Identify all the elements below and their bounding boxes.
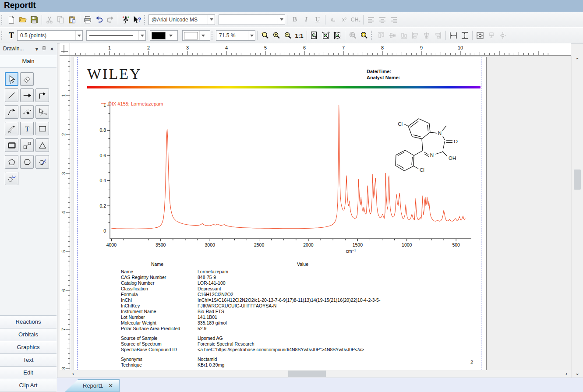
line-style-select[interactable] <box>86 30 146 41</box>
zoom-level-select[interactable]: 71.5 % <box>216 30 255 41</box>
rectangle-tool[interactable] <box>35 122 49 135</box>
line-width-select[interactable]: 0.5 (points) <box>17 30 83 41</box>
pentagon-tool[interactable] <box>5 155 18 169</box>
arrow-tool[interactable] <box>20 88 34 102</box>
panel-menu-icon[interactable]: ▼ <box>34 46 39 52</box>
horizontal-scrollbar-thumb[interactable] <box>288 371 326 377</box>
table-row: InChIInChI=1S/C16H12Cl2N2O2/c1-20-13-7-6… <box>74 297 486 303</box>
row-name: Catalog Number <box>121 280 154 286</box>
panel-section-orbitals[interactable]: Orbitals <box>0 328 57 341</box>
table-row: Lot Number141.1B01 <box>74 314 486 320</box>
scroll-up-icon[interactable]: ⌃ <box>575 57 579 63</box>
horizontal-scrollbar[interactable]: ‹ › <box>70 370 571 378</box>
tab-report1[interactable]: Report1 ✕ <box>65 379 120 392</box>
chevron-down-icon[interactable] <box>278 15 285 25</box>
align-left-button <box>410 30 421 41</box>
panel-section-graphics[interactable]: Graphics <box>0 341 57 353</box>
report-page[interactable]: WILEY Date/Time: Analyst Name: 400035003… <box>74 57 487 370</box>
ruler-origin-box[interactable] <box>60 43 70 56</box>
align-left-text-button <box>365 14 377 25</box>
standard-toolbar: ? @Arial Unicode MS B I U x₂ x² CH₂ <box>0 12 583 27</box>
panel-section-edit[interactable]: Edit <box>0 366 57 379</box>
scroll-left-icon[interactable]: ‹ <box>72 371 74 377</box>
toolbar-separator <box>148 31 148 40</box>
arc-arrow-tool[interactable] <box>5 105 18 119</box>
toolbar-grip[interactable] <box>144 15 147 25</box>
document-canvas[interactable]: WILEY Date/Time: Analyst Name: 400035003… <box>70 56 571 370</box>
text-tool[interactable]: T <box>20 122 34 135</box>
freehand-pen-tool[interactable] <box>5 122 18 135</box>
chevron-down-icon[interactable] <box>199 31 206 40</box>
table-row: SynonymsNoctamid <box>74 357 486 362</box>
text-style-button[interactable]: T <box>6 30 17 41</box>
zoom-previous-button[interactable] <box>358 30 370 41</box>
svg-text:1: 1 <box>108 45 111 50</box>
scroll-right-icon[interactable]: › <box>565 371 567 377</box>
connector-boxes-tool[interactable] <box>20 138 34 152</box>
align-top-button <box>375 30 387 41</box>
line-tool[interactable] <box>5 88 18 102</box>
bezier-select-tool[interactable] <box>35 105 49 119</box>
font-size-select[interactable] <box>219 14 285 25</box>
open-button[interactable] <box>17 14 28 25</box>
ring-chain-tool[interactable] <box>5 172 18 185</box>
fill-color-select[interactable] <box>182 30 210 41</box>
fit-page-button[interactable] <box>309 30 320 41</box>
tab-close-icon[interactable]: ✕ <box>108 382 113 389</box>
row-name: Classification <box>121 286 148 292</box>
toolbar-grip[interactable] <box>371 31 374 40</box>
scroll-down-icon[interactable]: ⌄ <box>575 370 579 376</box>
svg-text:5: 5 <box>61 250 66 253</box>
space-horizontally-button[interactable] <box>448 30 459 41</box>
toolbar-grip[interactable] <box>1 31 4 40</box>
context-help-button[interactable]: ? <box>131 14 143 25</box>
svg-text:cm⁻¹: cm⁻¹ <box>346 248 356 254</box>
bezier-pen-tool[interactable] <box>20 105 34 119</box>
vertical-scrollbar[interactable]: ⌃ ⌄ <box>571 56 583 378</box>
row-name: Formula <box>121 292 138 297</box>
atom-label-n1: N <box>438 131 442 136</box>
toolbar-grip[interactable] <box>1 15 4 25</box>
center-on-page-button[interactable] <box>474 30 486 41</box>
actual-size-button[interactable]: 1:1 <box>293 30 305 41</box>
chevron-down-icon[interactable] <box>248 31 255 40</box>
font-family-select[interactable]: @Arial Unicode MS <box>148 14 215 25</box>
bold-rectangle-tool[interactable] <box>5 138 18 152</box>
panel-section-text[interactable]: Text <box>0 353 57 366</box>
row-value: 52.9 <box>198 326 206 332</box>
panel-pin-icon[interactable] <box>42 46 46 53</box>
elbow-arrow-tool[interactable] <box>35 88 49 102</box>
table-row: Instrument NameBio-Rad FTS <box>74 309 486 314</box>
eraser-tool[interactable] <box>20 72 34 86</box>
fit-width-button[interactable] <box>320 30 332 41</box>
panel-section-reactions[interactable]: Reactions <box>0 315 57 328</box>
superscript-button: x² <box>339 14 350 25</box>
select-tool[interactable] <box>5 72 18 86</box>
ring-bond-tool[interactable] <box>35 155 49 169</box>
table-row: FormulaC16H12Cl2N2O2 <box>74 292 486 297</box>
wizard-button[interactable] <box>120 14 131 25</box>
triangle-tool[interactable] <box>35 138 49 152</box>
chevron-down-icon[interactable] <box>75 31 82 40</box>
zoom-tool-button[interactable] <box>259 30 271 41</box>
print-button[interactable] <box>82 14 93 25</box>
new-document-button[interactable] <box>6 14 17 25</box>
toolbar-grip[interactable] <box>212 31 214 40</box>
vertical-scrollbar-thumb[interactable] <box>574 170 581 190</box>
chevron-down-icon[interactable] <box>208 15 215 25</box>
zoom-in-button[interactable] <box>271 30 282 41</box>
line-color-select[interactable] <box>150 30 178 41</box>
hexagon-tool[interactable] <box>20 155 34 169</box>
tab-main[interactable]: Main <box>0 55 57 68</box>
table-row: NameLormetazepam <box>74 269 486 275</box>
paste-button[interactable] <box>67 14 78 25</box>
panel-close-icon[interactable]: × <box>50 46 53 52</box>
chevron-down-icon[interactable] <box>167 31 174 40</box>
fit-selection-button[interactable] <box>332 30 343 41</box>
chevron-down-icon[interactable] <box>138 31 145 40</box>
undo-button[interactable] <box>93 14 105 25</box>
zoom-out-button[interactable] <box>282 30 293 41</box>
panel-section-clip-art[interactable]: Clip Art <box>0 379 57 392</box>
space-vertically-button[interactable] <box>459 30 470 41</box>
save-button[interactable] <box>28 14 40 25</box>
